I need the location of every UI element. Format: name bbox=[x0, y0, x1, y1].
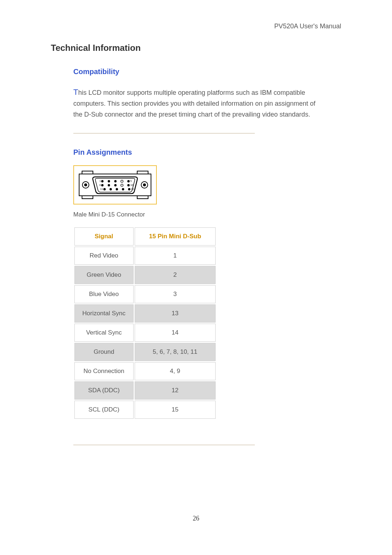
compatibility-body-text: his LCD monitor supports multiple operat… bbox=[73, 89, 315, 118]
connector-caption: Male Mini D-15 Connector bbox=[73, 211, 319, 218]
svg-point-19 bbox=[103, 188, 106, 190]
table-row: Red Video1 bbox=[74, 247, 216, 265]
compatibility-heading: Compatibility bbox=[73, 68, 319, 76]
page-number: 26 bbox=[0, 515, 392, 522]
svg-rect-4 bbox=[137, 196, 148, 199]
cell-pin: 15 bbox=[135, 401, 216, 419]
svg-point-14 bbox=[101, 184, 103, 186]
cell-pin: 14 bbox=[135, 324, 216, 342]
divider bbox=[73, 445, 255, 445]
cell-signal: Red Video bbox=[74, 247, 134, 265]
divider bbox=[73, 133, 255, 134]
section-pin-assignments: Pin Assignments bbox=[73, 148, 319, 445]
cell-pin: 12 bbox=[135, 381, 216, 400]
pin-label-5: 5 bbox=[130, 180, 132, 182]
cell-pin: 2 bbox=[135, 266, 216, 284]
cell-signal: Green Video bbox=[74, 266, 134, 284]
cell-signal: Horizontal Sync bbox=[74, 304, 134, 323]
dsub-connector-icon: 1 5 6 10 11 15 bbox=[77, 169, 153, 201]
pin-assignment-table: Signal 15 Pin Mini D-Sub Red Video1 Gree… bbox=[73, 226, 217, 420]
cell-signal: Ground bbox=[74, 343, 134, 361]
table-row: Horizontal Sync13 bbox=[74, 304, 216, 323]
svg-point-22 bbox=[122, 188, 124, 190]
table-row: Vertical Sync14 bbox=[74, 324, 216, 342]
svg-point-12 bbox=[121, 180, 123, 182]
compatibility-dropcap: T bbox=[73, 88, 78, 97]
cell-signal: Blue Video bbox=[74, 285, 134, 303]
cell-pin: 13 bbox=[135, 304, 216, 323]
pin-assignments-heading: Pin Assignments bbox=[73, 148, 319, 157]
svg-point-11 bbox=[114, 180, 117, 182]
pin-label-11: 11 bbox=[100, 188, 103, 190]
pin-label-10: 10 bbox=[130, 184, 133, 186]
table-row: SDA (DDC)12 bbox=[74, 381, 216, 400]
section-compatibility: Compatibility This LCD monitor supports … bbox=[73, 68, 319, 134]
cell-signal: SCL (DDC) bbox=[74, 401, 134, 419]
svg-point-15 bbox=[108, 184, 110, 186]
svg-point-6 bbox=[84, 183, 87, 186]
table-row: Ground5, 6, 7, 8, 10, 11 bbox=[74, 343, 216, 361]
header-product-title: PV520A User's Manual bbox=[274, 23, 341, 30]
cell-pin: 4, 9 bbox=[135, 362, 216, 380]
compatibility-body: This LCD monitor supports multiple opera… bbox=[73, 87, 319, 120]
pin-label-15: 15 bbox=[131, 188, 134, 190]
table-body: Red Video1 Green Video2 Blue Video3 Hori… bbox=[74, 247, 216, 419]
table-row: Blue Video3 bbox=[74, 285, 216, 303]
cell-pin: 1 bbox=[135, 247, 216, 265]
header-signal: Signal bbox=[74, 227, 134, 246]
table-row: Green Video2 bbox=[74, 266, 216, 284]
svg-point-10 bbox=[108, 180, 110, 182]
connector-figure: 1 5 6 10 11 15 bbox=[73, 165, 157, 204]
svg-point-20 bbox=[110, 188, 112, 190]
table-row: SCL (DDC)15 bbox=[74, 401, 216, 419]
pin-label-1: 1 bbox=[99, 180, 101, 182]
main-title: Technical Information bbox=[51, 43, 341, 53]
svg-point-18 bbox=[127, 184, 130, 186]
cell-signal: No Connection bbox=[74, 362, 134, 380]
svg-point-16 bbox=[114, 184, 117, 186]
svg-point-17 bbox=[121, 184, 123, 186]
svg-point-21 bbox=[116, 188, 118, 190]
cell-signal: Vertical Sync bbox=[74, 324, 134, 342]
cell-signal: SDA (DDC) bbox=[74, 381, 134, 400]
cell-pin: 5, 6, 7, 8, 10, 11 bbox=[135, 343, 216, 361]
cell-pin: 3 bbox=[135, 285, 216, 303]
svg-point-9 bbox=[101, 180, 103, 182]
svg-rect-2 bbox=[137, 171, 148, 174]
table-header-row: Signal 15 Pin Mini D-Sub bbox=[74, 227, 216, 246]
svg-rect-1 bbox=[82, 171, 93, 174]
svg-rect-3 bbox=[82, 196, 93, 199]
header-pin: 15 Pin Mini D-Sub bbox=[135, 227, 216, 246]
table-row: No Connection4, 9 bbox=[74, 362, 216, 380]
svg-point-23 bbox=[128, 188, 130, 190]
page: PV520A User's Manual Technical Informati… bbox=[0, 0, 392, 555]
svg-point-13 bbox=[127, 180, 130, 182]
pin-label-6: 6 bbox=[99, 184, 101, 186]
svg-point-8 bbox=[143, 183, 146, 186]
